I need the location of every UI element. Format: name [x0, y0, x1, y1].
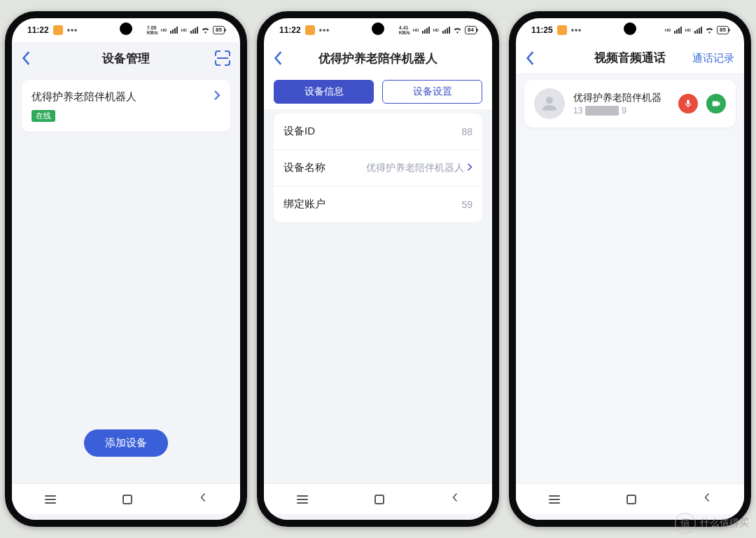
tabs: 设备信息 设备设置 — [264, 74, 492, 109]
bound-account-value: 59 — [461, 199, 472, 210]
wifi-icon — [705, 26, 714, 35]
hd-icon-2: HD — [433, 28, 439, 32]
signal-icon — [674, 27, 682, 34]
system-nav-bar — [516, 483, 744, 514]
tab-device-settings[interactable]: 设备设置 — [382, 80, 482, 104]
watermark-icon: 值 — [675, 513, 696, 534]
notification-icon — [305, 25, 315, 35]
system-back-button[interactable] — [451, 492, 459, 506]
system-nav-bar — [264, 483, 492, 514]
row-device-name[interactable]: 设备名称 优得护养老陪伴机器人 — [274, 150, 482, 186]
scan-icon — [215, 50, 230, 66]
device-id-label: 设备ID — [284, 125, 315, 138]
status-time: 11:25 — [531, 25, 553, 35]
notification-icon — [557, 25, 567, 35]
hd-icon: HD — [413, 28, 419, 32]
camera-notch — [624, 22, 636, 35]
network-speed: 4.41KB/s — [399, 25, 410, 35]
hd-icon: HD — [665, 28, 671, 32]
recent-apps-button[interactable] — [45, 495, 56, 504]
online-badge: 在线 — [31, 110, 55, 122]
more-notifications-icon: ••• — [571, 25, 582, 35]
more-notifications-icon: ••• — [67, 25, 78, 35]
row-bound-account: 绑定账户 59 — [274, 186, 482, 222]
system-back-button[interactable] — [199, 492, 207, 506]
chevron-left-icon — [22, 50, 31, 66]
chevron-left-icon — [526, 50, 536, 66]
more-notifications-icon: ••• — [319, 25, 330, 35]
call-log-link[interactable]: 通话记录 — [692, 42, 734, 74]
page-title: 视频音频通话 — [594, 50, 666, 66]
page-title: 优得护养老陪伴机器人 — [318, 50, 438, 67]
add-device-button[interactable]: 添加设备 — [84, 429, 168, 457]
device-info-card: 设备ID 88 设备名称 优得护养老陪伴机器人 绑定账户 59 — [274, 113, 482, 222]
battery-indicator: 84 — [465, 26, 477, 34]
back-button[interactable] — [526, 42, 536, 74]
device-name: 优得护养老陪伴机器人 — [31, 90, 136, 104]
row-device-id: 设备ID 88 — [274, 113, 482, 150]
recent-apps-button[interactable] — [549, 495, 560, 504]
contact-info: 优得护养老陪伴机器 13 xxxx 9 — [573, 92, 670, 116]
home-button[interactable] — [626, 495, 636, 504]
hd-icon-2: HD — [181, 28, 187, 32]
app-body: 设备管理 优得护养老陪伴机器人 在线 添加设备 — [12, 42, 240, 520]
chevron-left-icon — [274, 50, 284, 66]
chevron-right-icon — [467, 162, 472, 174]
recent-apps-button[interactable] — [297, 495, 308, 504]
battery-indicator: 85 — [213, 26, 225, 34]
video-call-button[interactable] — [706, 94, 726, 113]
hd-icon: HD — [161, 28, 167, 32]
watermark: 值 什么值得买 — [675, 513, 749, 534]
bound-account-label: 绑定账户 — [284, 198, 326, 211]
status-time: 11:22 — [279, 25, 301, 35]
app-body: 视频音频通话 通话记录 优得护养老陪伴机器 13 xxxx 9 — [516, 42, 744, 520]
device-card[interactable]: 优得护养老陪伴机器人 在线 — [22, 80, 230, 132]
page-title: 设备管理 — [102, 50, 150, 67]
battery-indicator: 85 — [717, 26, 729, 34]
device-name-value: 优得护养老陪伴机器人 — [366, 162, 472, 174]
contact-name: 优得护养老陪伴机器 — [573, 92, 670, 104]
app-body: 优得护养老陪伴机器人 设备信息 设备设置 设备ID 88 设备名称 优得护养老陪… — [264, 42, 492, 520]
home-button[interactable] — [374, 495, 384, 504]
microphone-icon — [683, 99, 693, 109]
hd-icon-2: HD — [685, 28, 691, 32]
system-nav-bar — [12, 483, 240, 514]
scan-button[interactable] — [215, 42, 230, 74]
video-icon — [711, 99, 721, 109]
home-button[interactable] — [122, 495, 132, 504]
system-back-button[interactable] — [703, 492, 711, 506]
back-button[interactable] — [22, 42, 31, 74]
wifi-icon — [453, 26, 462, 35]
signal-icon — [422, 27, 430, 34]
tab-device-info[interactable]: 设备信息 — [274, 80, 374, 104]
camera-notch — [372, 22, 384, 35]
back-button[interactable] — [274, 42, 284, 74]
device-name-label: 设备名称 — [284, 161, 326, 174]
chevron-right-icon — [214, 90, 220, 104]
contact-card[interactable]: 优得护养老陪伴机器 13 xxxx 9 — [524, 80, 736, 127]
page-header: 优得护养老陪伴机器人 — [264, 42, 492, 74]
status-time: 11:22 — [27, 25, 49, 35]
signal-icon-2 — [442, 27, 450, 34]
phone-device-detail: 11:22 ••• 4.41KB/s HD HD 84 优得护养老陪伴机器人 设… — [257, 11, 499, 527]
page-header: 视频音频通话 通话记录 — [516, 42, 744, 74]
redacted-text: xxxx — [585, 106, 619, 116]
page-header: 设备管理 — [12, 42, 240, 74]
camera-notch — [120, 22, 132, 35]
avatar-icon — [534, 88, 565, 119]
notification-icon — [53, 25, 63, 35]
contact-number: 13 xxxx 9 — [573, 106, 670, 116]
signal-icon — [170, 27, 178, 34]
phone-device-list: 11:22 ••• 7.00KB/s HD HD 85 设备管理 — [5, 11, 247, 527]
signal-icon-2 — [694, 27, 702, 34]
wifi-icon — [201, 26, 210, 35]
phone-video-call: 11:25 ••• HD HD 85 视频音频通话 通话记录 优得护养老陪 — [509, 11, 751, 527]
audio-call-button[interactable] — [678, 94, 698, 113]
device-id-value: 88 — [461, 126, 472, 137]
watermark-text: 什么值得买 — [700, 517, 749, 530]
network-speed: 7.00KB/s — [147, 25, 158, 35]
signal-icon-2 — [190, 27, 198, 34]
